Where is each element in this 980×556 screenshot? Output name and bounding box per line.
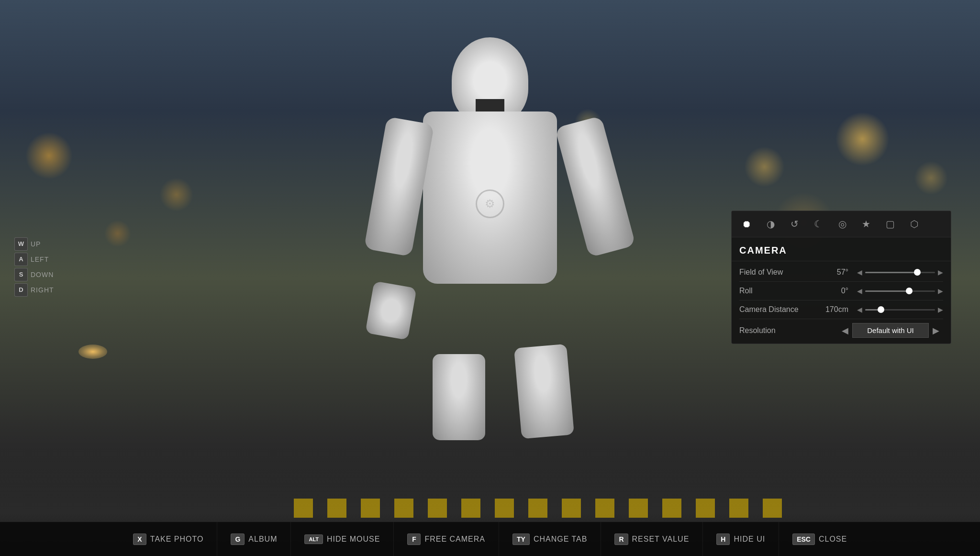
roll-slider-container[interactable]: ◀ ▶ (857, 287, 943, 295)
star-icon[interactable]: ★ (859, 217, 873, 231)
hide-ui-button[interactable]: H HIDE UI (703, 522, 779, 556)
resolution-label: Resolution (739, 326, 833, 335)
wasd-left-row: A LEFT (14, 253, 54, 266)
wasd-overlay: W UP A LEFT S DOWN D RIGHT (14, 237, 54, 297)
g-key-badge: G (231, 534, 245, 545)
roll-fill (865, 290, 907, 292)
fov-fill (865, 272, 915, 273)
camera-distance-row: Camera Distance 170cm ◀ ▶ (732, 300, 951, 319)
fov-thumb[interactable] (914, 269, 921, 276)
resolution-row: Resolution ◀ Default with UI ▶ (732, 319, 951, 342)
camera-title: CAMERA (732, 237, 951, 261)
roll-label: Roll (739, 287, 817, 295)
fov-track[interactable] (865, 272, 935, 273)
r-key-badge: R (614, 534, 628, 545)
distance-arrow-left[interactable]: ◀ (857, 306, 862, 313)
down-label: DOWN (31, 271, 54, 278)
a-key: A (14, 253, 28, 266)
fov-slider-container[interactable]: ◀ ▶ (857, 268, 943, 276)
roll-thumb[interactable] (906, 288, 913, 294)
resolution-arrow-right[interactable]: ▶ (929, 323, 943, 338)
camera-panel: ⏺ ◑ ↺ ☾ ◎ ★ ▢ ⬡ CAMERA Field of View 57°… (731, 211, 951, 344)
distance-fill (865, 309, 879, 311)
w-key: W (14, 237, 28, 251)
record-icon[interactable]: ⏺ (739, 217, 754, 231)
change-tab-label: CHANGE TAB (534, 535, 588, 544)
fov-label: Field of View (739, 268, 817, 277)
fov-row: Field of View 57° ◀ ▶ (732, 263, 951, 281)
resolution-control[interactable]: ◀ Default with UI ▶ (838, 323, 943, 338)
distance-arrow-right[interactable]: ▶ (938, 306, 943, 313)
resolution-value: Default with UI (852, 323, 929, 338)
crosswalk (294, 499, 784, 518)
f-key-badge: F (407, 534, 421, 545)
roll-row: Roll 0° ◀ ▶ (732, 282, 951, 300)
roll-track[interactable] (865, 290, 935, 292)
reset-value-button[interactable]: R RESET VALUE (601, 522, 703, 556)
free-camera-button[interactable]: F FREE CAMERA (394, 522, 499, 556)
take-photo-label: TAKE PHOTO (150, 535, 204, 544)
hide-ui-label: HIDE UI (734, 535, 765, 544)
wasd-right-row: D RIGHT (14, 283, 54, 297)
take-photo-button[interactable]: X TAKE PHOTO (120, 522, 218, 556)
hide-mouse-label: HIDE MOUSE (327, 535, 380, 544)
close-button[interactable]: ESC CLOSE (779, 522, 860, 556)
change-tab-button[interactable]: TY CHANGE TAB (499, 522, 601, 556)
wasd-down-row: S DOWN (14, 268, 54, 281)
up-label: UP (31, 240, 41, 248)
resolution-arrow-left[interactable]: ◀ (838, 323, 852, 338)
hide-mouse-button[interactable]: ALT HIDE MOUSE (291, 522, 394, 556)
album-label: ALBUM (248, 535, 277, 544)
s-key: S (14, 268, 28, 281)
moon-icon[interactable]: ☾ (811, 217, 825, 231)
close-label: CLOSE (819, 535, 847, 544)
panel-icon-row: ⏺ ◑ ↺ ☾ ◎ ★ ▢ ⬡ (732, 211, 951, 237)
reset-value-label: RESET VALUE (632, 535, 690, 544)
viewport: ⚙ W UP A LEFT S DOWN D RIGHT ⏺ ◑ ↺ (0, 0, 980, 556)
ty-key-badge: TY (512, 534, 530, 545)
d-key: D (14, 283, 28, 297)
roll-value: 0° (822, 287, 848, 295)
free-camera-label: FREE CAMERA (424, 535, 485, 544)
wasd-up-row: W UP (14, 237, 54, 251)
bottom-toolbar: X TAKE PHOTO G ALBUM ALT HIDE MOUSE F FR… (0, 522, 980, 556)
fov-arrow-left[interactable]: ◀ (857, 268, 862, 276)
x-key-badge: X (133, 534, 146, 545)
fov-value: 57° (822, 268, 848, 277)
left-label: LEFT (31, 256, 49, 263)
hexagon-icon[interactable]: ⬡ (907, 217, 921, 231)
panel-body: Field of View 57° ◀ ▶ Roll 0° ◀ (732, 261, 951, 344)
roll-arrow-right[interactable]: ▶ (938, 287, 943, 295)
square-icon[interactable]: ▢ (883, 217, 897, 231)
fov-arrow-right[interactable]: ▶ (938, 268, 943, 276)
roll-arrow-left[interactable]: ◀ (857, 287, 862, 295)
distance-thumb[interactable] (878, 306, 884, 313)
right-label: RIGHT (31, 286, 54, 294)
camera-distance-label: Camera Distance (739, 305, 817, 314)
distance-track[interactable] (865, 309, 935, 311)
reset-arc-icon[interactable]: ↺ (787, 217, 802, 231)
distance-slider-container[interactable]: ◀ ▶ (857, 306, 943, 313)
h-key-badge: H (716, 534, 730, 545)
esc-key-badge: ESC (792, 534, 815, 545)
album-button[interactable]: G ALBUM (217, 522, 291, 556)
alt-key-badge: ALT (304, 534, 323, 544)
camera-distance-value: 170cm (822, 305, 848, 314)
circle-dot-icon[interactable]: ◎ (835, 217, 849, 231)
exposure-icon[interactable]: ◑ (763, 217, 778, 231)
